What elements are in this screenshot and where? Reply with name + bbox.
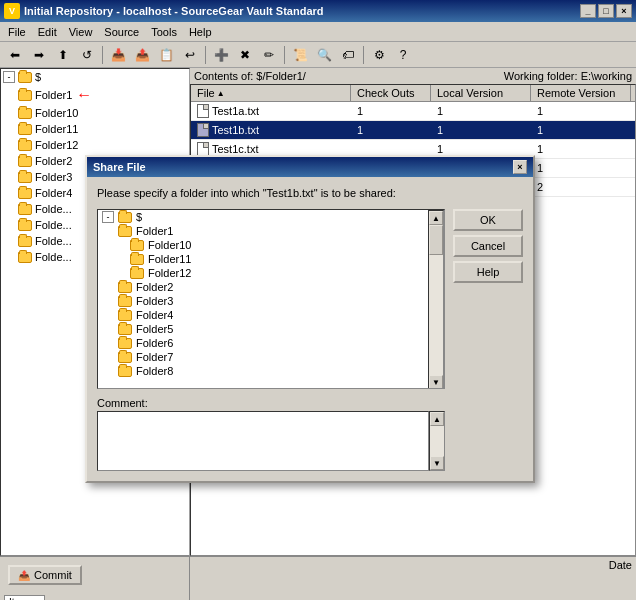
dialog-buttons: OK Cancel Help (453, 209, 523, 471)
dialog-folder-tree: - $ Folder1 (97, 209, 445, 389)
dlg-folder12-label: Folder12 (148, 267, 191, 279)
comment-input[interactable] (97, 411, 429, 471)
dlg-folder6-label: Folder6 (136, 337, 173, 349)
dialog-close-button[interactable]: × (513, 160, 527, 174)
comment-scroll-up[interactable]: ▲ (430, 412, 444, 426)
comment-scrollbar[interactable]: ▲ ▼ (429, 411, 445, 471)
dlg-tree-folder2[interactable]: Folder2 (98, 280, 428, 294)
share-file-dialog: Share File × Please specify a folder int… (85, 155, 535, 483)
dlg-folder7-label: Folder7 (136, 351, 173, 363)
dialog-tree-section: - $ Folder1 (97, 209, 445, 471)
dialog-title: Share File (93, 161, 146, 173)
scroll-up-button[interactable]: ▲ (429, 211, 443, 225)
dlg-folder11-icon (130, 254, 144, 265)
dialog-content: - $ Folder1 (97, 209, 523, 471)
dlg-tree-folder7[interactable]: Folder7 (98, 350, 428, 364)
dlg-folder12-icon (130, 268, 144, 279)
dlg-folder8-icon (118, 366, 132, 377)
dlg-root-expand[interactable]: - (102, 211, 114, 223)
dlg-tree-folder11[interactable]: Folder11 (98, 252, 428, 266)
dlg-folder1-label: Folder1 (136, 225, 173, 237)
dlg-folder6-icon (118, 338, 132, 349)
dlg-folder10-icon (130, 240, 144, 251)
dlg-tree-folder4[interactable]: Folder4 (98, 308, 428, 322)
dlg-folder5-label: Folder5 (136, 323, 173, 335)
dlg-folder1-icon (118, 226, 132, 237)
scroll-down-button[interactable]: ▼ (429, 375, 443, 389)
cancel-button[interactable]: Cancel (453, 235, 523, 257)
dlg-folder4-icon (118, 310, 132, 321)
dlg-folder5-icon (118, 324, 132, 335)
dlg-tree-folder10[interactable]: Folder10 (98, 238, 428, 252)
dlg-tree-folder1[interactable]: Folder1 (98, 224, 428, 238)
scroll-thumb[interactable] (429, 225, 443, 255)
dlg-folder4-label: Folder4 (136, 309, 173, 321)
dialog-title-bar: Share File × (87, 157, 533, 177)
dlg-root-label: $ (136, 211, 142, 223)
dialog-body: Please specify a folder into which "Test… (87, 177, 533, 481)
dlg-tree-folder8[interactable]: Folder8 (98, 364, 428, 378)
dlg-folder11-label: Folder11 (148, 253, 191, 265)
dlg-root-folder-icon (118, 212, 132, 223)
dlg-folder10-label: Folder10 (148, 239, 191, 251)
tree-scrollbar[interactable]: ▲ ▼ (428, 210, 444, 389)
comment-label: Comment: (97, 397, 445, 409)
dlg-folder3-icon (118, 296, 132, 307)
dialog-message: Please specify a folder into which "Test… (97, 187, 523, 199)
dlg-folder3-label: Folder3 (136, 295, 173, 307)
dlg-folder2-label: Folder2 (136, 281, 173, 293)
dlg-folder7-icon (118, 352, 132, 363)
comment-scroll-down[interactable]: ▼ (430, 456, 444, 470)
ok-button[interactable]: OK (453, 209, 523, 231)
dlg-tree-folder12[interactable]: Folder12 (98, 266, 428, 280)
dialog-overlay: Share File × Please specify a folder int… (0, 0, 636, 600)
dlg-tree-folder5[interactable]: Folder5 (98, 322, 428, 336)
comment-section: Comment: ▲ ▼ (97, 397, 445, 471)
help-button[interactable]: Help (453, 261, 523, 283)
dlg-folder8-label: Folder8 (136, 365, 173, 377)
dlg-folder2-icon (118, 282, 132, 293)
dlg-tree-folder6[interactable]: Folder6 (98, 336, 428, 350)
dlg-tree-root[interactable]: - $ (98, 210, 428, 224)
dlg-tree-folder3[interactable]: Folder3 (98, 294, 428, 308)
